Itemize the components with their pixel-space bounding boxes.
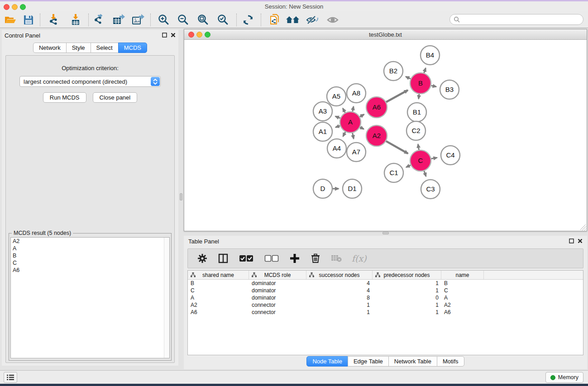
graph-edge-B-B3[interactable] bbox=[431, 86, 436, 86]
graph-edge-C-C1[interactable] bbox=[406, 165, 411, 167]
table-row[interactable]: A2connector11A2 bbox=[188, 301, 583, 309]
float-panel-icon[interactable] bbox=[162, 33, 167, 38]
graph-edge-A6-B[interactable] bbox=[386, 90, 408, 102]
network-canvas[interactable]: B4B2BB3A8A5A6A3B1AC2A1A2A4A7C4CC1C3DD1 bbox=[184, 40, 587, 231]
tab-select[interactable]: Select bbox=[91, 43, 119, 53]
network-window-titlebar[interactable]: testGlobe.txt bbox=[184, 29, 587, 40]
column-header-shared-name[interactable]: shared name bbox=[188, 271, 249, 279]
table-cell[interactable]: dominator bbox=[249, 294, 306, 301]
mcds-result-item[interactable]: A2 bbox=[11, 238, 169, 245]
tab-motifs[interactable]: Motifs bbox=[437, 356, 464, 367]
zoom-in-icon[interactable] bbox=[156, 13, 171, 27]
graph-node-C[interactable]: C bbox=[410, 150, 431, 171]
graph-node-A[interactable]: A bbox=[340, 112, 361, 133]
graph-node-C2[interactable]: C2 bbox=[406, 121, 425, 140]
tab-network-table[interactable]: Network Table bbox=[388, 356, 437, 367]
graph-node-A2[interactable]: A2 bbox=[366, 125, 387, 146]
run-mcds-button[interactable]: Run MCDS bbox=[43, 92, 86, 103]
close-panel-button[interactable]: Close panel bbox=[93, 92, 138, 103]
table-cell[interactable]: dominator bbox=[249, 280, 306, 287]
optimization-criterion-select[interactable]: largest connected component (directed) bbox=[19, 76, 161, 87]
mcds-result-list[interactable]: A2ABCA6 bbox=[10, 237, 170, 358]
graph-node-A3[interactable]: A3 bbox=[313, 102, 332, 121]
table-cell[interactable]: A bbox=[188, 294, 249, 301]
refresh-icon[interactable] bbox=[240, 13, 256, 27]
table-cell[interactable]: A2 bbox=[441, 301, 484, 309]
first-neighbors-icon[interactable] bbox=[285, 13, 301, 27]
column-header-name[interactable]: name bbox=[441, 271, 484, 279]
save-session-icon[interactable] bbox=[21, 13, 36, 27]
table-cell[interactable]: 1 bbox=[373, 301, 441, 309]
tab-network[interactable]: Network bbox=[33, 43, 67, 53]
export-image-icon[interactable] bbox=[130, 13, 146, 27]
close-panel-icon[interactable] bbox=[578, 238, 583, 243]
mcds-result-item[interactable]: B bbox=[11, 252, 169, 259]
graph-edge-B-B2[interactable] bbox=[406, 76, 411, 79]
table-cell[interactable]: 0 bbox=[373, 294, 441, 301]
result-list-scrollbar[interactable] bbox=[164, 238, 169, 358]
graph-node-A8[interactable]: A8 bbox=[347, 84, 366, 103]
table-cell[interactable]: C bbox=[188, 287, 249, 294]
float-panel-icon[interactable] bbox=[569, 238, 574, 243]
show-all-icon[interactable] bbox=[325, 13, 340, 27]
mcds-result-item[interactable]: C bbox=[11, 259, 169, 267]
show-columns-icon[interactable] bbox=[218, 253, 229, 264]
table-cell[interactable]: dominator bbox=[249, 287, 306, 294]
hide-selected-icon[interactable] bbox=[305, 13, 320, 27]
graph-node-A5[interactable]: A5 bbox=[327, 87, 346, 106]
delete-columns-icon[interactable] bbox=[310, 253, 321, 264]
table-cell[interactable]: 1 bbox=[373, 280, 441, 287]
search-field[interactable] bbox=[449, 14, 583, 25]
graph-node-D1[interactable]: D1 bbox=[343, 179, 362, 198]
table-cell[interactable]: 4 bbox=[306, 287, 373, 294]
column-header-successor-nodes[interactable]: successor nodes bbox=[306, 271, 373, 279]
graph-edge-A-A2[interactable] bbox=[360, 127, 363, 129]
table-cell[interactable]: 1 bbox=[306, 309, 373, 316]
graph-edge-B-B1[interactable] bbox=[419, 94, 419, 99]
window-resize-grip[interactable] bbox=[580, 224, 586, 230]
graph-edge-C-C2[interactable] bbox=[418, 144, 419, 150]
zoom-out-icon[interactable] bbox=[175, 13, 191, 27]
graph-node-A6[interactable]: A6 bbox=[366, 97, 387, 118]
graph-edge-A-A3[interactable] bbox=[335, 116, 340, 118]
show-panels-menu-button[interactable] bbox=[4, 372, 17, 383]
graph-node-A1[interactable]: A1 bbox=[313, 122, 332, 141]
search-input[interactable] bbox=[460, 16, 583, 23]
graph-node-B3[interactable]: B3 bbox=[440, 80, 459, 99]
open-file-icon[interactable] bbox=[3, 13, 18, 27]
clone-network-icon[interactable] bbox=[267, 13, 282, 27]
graph-edge-A-A4[interactable] bbox=[343, 132, 345, 136]
table-cell[interactable]: 1 bbox=[373, 309, 441, 316]
graph-edge-C-C3[interactable] bbox=[424, 171, 426, 176]
import-network-icon[interactable] bbox=[46, 13, 62, 27]
table-row[interactable]: Cdominator41C bbox=[188, 287, 583, 294]
export-network-icon[interactable] bbox=[91, 13, 107, 27]
table-cell[interactable]: connector bbox=[249, 301, 306, 309]
graph-edge-A-A8[interactable] bbox=[353, 106, 354, 111]
graph-edge-A-A7[interactable] bbox=[353, 133, 354, 139]
network-hscrollbar-thumb[interactable] bbox=[382, 232, 389, 234]
graph-node-D[interactable]: D bbox=[313, 179, 332, 198]
table-cell[interactable]: 8 bbox=[306, 294, 373, 301]
table-cell[interactable]: B bbox=[188, 280, 249, 287]
table-cell[interactable]: B bbox=[441, 280, 484, 287]
graph-node-B2[interactable]: B2 bbox=[384, 62, 403, 81]
table-cell[interactable]: A2 bbox=[188, 301, 249, 309]
graph-node-B[interactable]: B bbox=[410, 73, 431, 94]
graph-edge-A-A5[interactable] bbox=[343, 108, 345, 113]
graph-node-B4[interactable]: B4 bbox=[421, 46, 440, 65]
column-header-mcds-role[interactable]: MCDS role bbox=[249, 271, 306, 279]
tab-node-table[interactable]: Node Table bbox=[306, 356, 348, 367]
mcds-result-item[interactable]: A6 bbox=[11, 267, 169, 274]
memory-button[interactable]: Memory bbox=[545, 372, 583, 383]
table-cell[interactable]: 1 bbox=[373, 287, 441, 294]
close-panel-icon[interactable] bbox=[171, 33, 176, 38]
add-column-icon[interactable] bbox=[289, 253, 300, 264]
column-header-predecessor-nodes[interactable]: predecessor nodes bbox=[373, 271, 441, 279]
table-cell[interactable]: A bbox=[441, 294, 484, 301]
import-table-icon[interactable] bbox=[68, 13, 83, 27]
settings-gear-icon[interactable] bbox=[197, 253, 208, 264]
table-row[interactable]: Adominator80A bbox=[188, 294, 583, 301]
graph-node-C4[interactable]: C4 bbox=[441, 146, 460, 165]
zoom-fit-icon[interactable] bbox=[195, 13, 210, 27]
